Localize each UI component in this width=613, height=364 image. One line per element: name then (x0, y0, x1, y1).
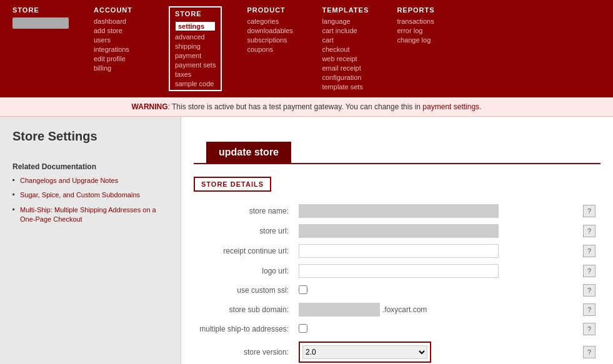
nav-account-edit-profile[interactable]: edit profile (94, 55, 144, 62)
nav-reports-error-log[interactable]: error log (397, 27, 447, 34)
logo-url-help-button[interactable]: ? (583, 265, 596, 277)
subdomain-row: .foxycart.com (299, 303, 573, 317)
table-row: use custom ssl: ? (194, 281, 601, 300)
table-row: receipt continue url: ? (194, 241, 601, 261)
nav-account-dashboard[interactable]: dashboard (94, 17, 144, 25)
form-section: STORE DETAILS store name: ? store url: (181, 177, 613, 364)
store-name-help-cell: ? (578, 201, 601, 221)
logo-url-cell (294, 261, 578, 281)
nav-templates-email-receipt[interactable]: email receipt (322, 64, 372, 72)
use-custom-ssl-label: use custom ssl: (194, 281, 294, 300)
nav-store-section: STORE (12, 6, 69, 29)
logo-url-label: logo url: (194, 261, 294, 281)
store-version-cell: 2.0 1.1 0.7.2 (294, 338, 578, 364)
receipt-continue-url-help-button[interactable]: ? (583, 245, 596, 257)
nav-templates-language[interactable]: language (322, 17, 372, 25)
nav-product: PRODUCT categories downloadables subscri… (247, 6, 297, 53)
main-layout: Store Settings Related Documentation Cha… (0, 117, 613, 364)
nav-store-payment[interactable]: payment (175, 52, 216, 59)
warning-bar: WARNING: This store is active but has a … (0, 97, 613, 117)
nav-account-users[interactable]: users (94, 36, 144, 44)
subdomain-suffix: .foxycart.com (382, 305, 427, 314)
store-sub-domain-label: store sub domain: (194, 300, 294, 320)
content-area: update store STORE DETAILS store name: ?… (181, 117, 613, 364)
nav-store-advanced[interactable]: advanced (175, 33, 216, 41)
nav-store-label: STORE (12, 6, 69, 14)
store-details-button[interactable]: STORE DETAILS (194, 177, 271, 192)
store-url-input[interactable] (299, 224, 499, 238)
store-url-label: store url: (194, 221, 294, 241)
nav-product-categories[interactable]: categories (247, 17, 297, 25)
nav-templates-cart-include[interactable]: cart include (322, 27, 372, 34)
nav-templates: TEMPLATES language cart include cart che… (322, 6, 372, 91)
sidebar-title: Store Settings (12, 129, 168, 144)
nav-store-taxes[interactable]: taxes (175, 71, 216, 78)
content-divider (194, 163, 601, 164)
nav-product-coupons[interactable]: coupons (247, 46, 297, 53)
warning-message: : This store is active but has a test pa… (168, 102, 423, 111)
warning-label: WARNING (132, 102, 168, 111)
multiple-ship-cell (294, 320, 578, 338)
nav-account: ACCOUNT dashboard add store users integr… (94, 6, 144, 72)
docs-link-sugar[interactable]: Sugar, Spice, and Custom Subdomains (20, 191, 140, 199)
nav-account-billing[interactable]: billing (94, 64, 144, 72)
store-name-label: store name: (194, 201, 294, 221)
receipt-continue-url-cell (294, 241, 578, 261)
nav-bar: STORE ACCOUNT dashboard add store users … (0, 0, 613, 97)
store-name-help-button[interactable]: ? (583, 205, 596, 217)
nav-store-payment-sets[interactable]: payment sets (175, 61, 216, 69)
nav-templates-cart[interactable]: cart (322, 36, 372, 44)
list-item: Multi-Ship: Multiple Shipping Addresses … (12, 205, 168, 225)
docs-link-changelogs[interactable]: Changelogs and Upgrade Notes (20, 177, 118, 184)
use-custom-ssl-checkbox[interactable] (299, 285, 307, 294)
table-row: store name: ? (194, 201, 601, 221)
table-row: store sub domain: .foxycart.com ? (194, 300, 601, 320)
nav-templates-title: TEMPLATES (322, 6, 372, 14)
nav-account-add-store[interactable]: add store (94, 27, 144, 34)
payment-settings-link[interactable]: payment settings (422, 102, 479, 111)
multiple-ship-checkbox[interactable] (299, 324, 307, 333)
nav-store-shipping[interactable]: shipping (175, 42, 216, 50)
sidebar-docs-title: Related Documentation (12, 162, 168, 171)
table-row: multiple ship-to addresses: ? (194, 320, 601, 338)
nav-reports-title: REPORTS (397, 6, 447, 14)
use-custom-ssl-help-button[interactable]: ? (583, 284, 596, 297)
nav-account-integrations[interactable]: integrations (94, 46, 144, 53)
receipt-continue-url-input[interactable] (299, 244, 499, 258)
store-name-cell (294, 201, 578, 221)
docs-link-multiship[interactable]: Multi-Ship: Multiple Shipping Addresses … (20, 206, 156, 223)
nav-templates-web-receipt[interactable]: web receipt (322, 55, 372, 62)
nav-store-title: STORE (175, 10, 216, 17)
content-header: update store (206, 142, 291, 163)
nav-product-downloadables[interactable]: downloadables (247, 27, 297, 34)
store-logo (12, 17, 69, 29)
store-version-label: store version: (194, 338, 294, 364)
nav-templates-checkout[interactable]: checkout (322, 46, 372, 53)
nav-product-subscriptions[interactable]: subscriptions (247, 36, 297, 44)
receipt-continue-url-label: receipt continue url: (194, 241, 294, 261)
multiple-ship-label: multiple ship-to addresses: (194, 320, 294, 338)
store-url-help-button[interactable]: ? (583, 225, 596, 237)
nav-reports-change-log[interactable]: change log (397, 36, 447, 44)
store-sub-domain-cell: .foxycart.com (294, 300, 578, 320)
store-sub-domain-input[interactable] (299, 303, 380, 317)
nav-templates-configuration[interactable]: configuration (322, 74, 372, 81)
nav-reports-transactions[interactable]: transactions (397, 17, 447, 25)
store-version-help-button[interactable]: ? (583, 346, 596, 358)
multiple-ship-help-button[interactable]: ? (583, 323, 596, 335)
nav-templates-template-sets[interactable]: template sets (322, 83, 372, 91)
sidebar-docs-list: Changelogs and Upgrade Notes Sugar, Spic… (12, 176, 168, 225)
warning-suffix: . (479, 102, 481, 111)
nav-reports: REPORTS transactions error log change lo… (397, 6, 447, 44)
table-row: store version: 2.0 1.1 0.7.2 ? (194, 338, 601, 364)
logo-url-input[interactable] (299, 264, 499, 278)
store-version-select[interactable]: 2.0 1.1 0.7.2 (302, 345, 427, 359)
version-row: 2.0 1.1 0.7.2 (299, 342, 431, 363)
form-table: store name: ? store url: ? (194, 201, 601, 364)
nav-store-settings[interactable]: settings (175, 21, 216, 31)
store-name-input[interactable] (299, 204, 499, 218)
nav-store: STORE settings advanced shipping payment… (169, 6, 222, 91)
store-sub-domain-help-button[interactable]: ? (583, 303, 596, 316)
nav-account-title: ACCOUNT (94, 6, 144, 14)
nav-store-sample-code[interactable]: sample code (175, 80, 216, 87)
